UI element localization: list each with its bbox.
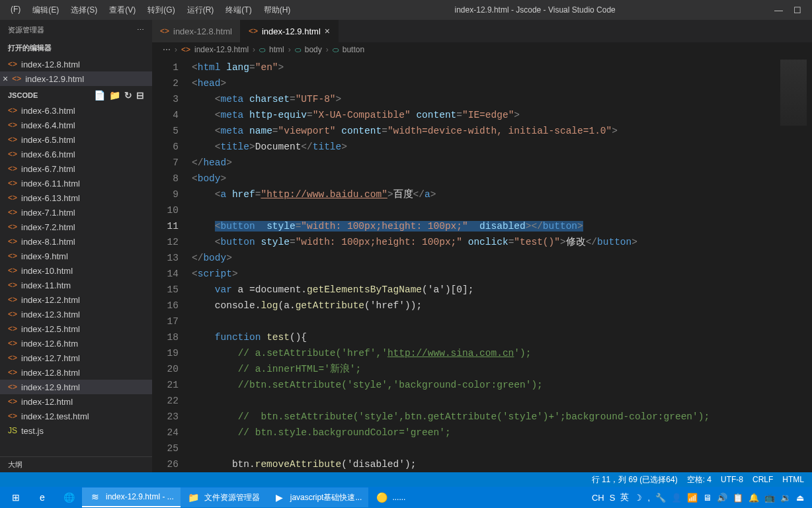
app-icon: 🌐 bbox=[62, 491, 75, 504]
minimize-icon[interactable]: — bbox=[774, 5, 783, 15]
tray-icon[interactable]: 📶 bbox=[687, 493, 698, 503]
tray-icon[interactable]: ☽ bbox=[634, 493, 642, 503]
file-item[interactable]: <>index-12.html bbox=[0, 394, 152, 409]
tray-icon[interactable]: S bbox=[610, 493, 616, 503]
menu-help[interactable]: 帮助(H) bbox=[259, 2, 296, 19]
file-item[interactable]: <>index-9.html bbox=[0, 249, 152, 263]
breadcrumb-item[interactable]: button bbox=[343, 45, 364, 54]
workspace-header[interactable]: JSCODE 📄 📁 ↻ ⊟ bbox=[0, 87, 152, 103]
taskbar-item[interactable]: 🌐 bbox=[56, 487, 82, 507]
breadcrumb-item[interactable]: index-12.9.html bbox=[194, 45, 249, 54]
file-item[interactable]: <>index-11.htm bbox=[0, 278, 152, 292]
tray-icon[interactable]: ⏏ bbox=[796, 493, 804, 503]
breadcrumb[interactable]: ⋯ › <> index-12.9.html › ⬭ html › ⬭ body… bbox=[152, 42, 812, 57]
js-icon: JS bbox=[8, 426, 17, 435]
file-item[interactable]: <>index-6.7.html bbox=[0, 161, 152, 176]
element-icon: ⬭ bbox=[333, 46, 339, 54]
file-item[interactable]: <>index-6.6.html bbox=[0, 147, 152, 161]
menu-terminal[interactable]: 终端(T) bbox=[220, 2, 257, 19]
tray-icon[interactable]: 🔔 bbox=[749, 493, 759, 503]
taskbar-item[interactable]: e bbox=[29, 487, 56, 507]
taskbar-item[interactable]: 📁文件资源管理器 bbox=[181, 487, 266, 507]
language-info[interactable]: HTML bbox=[782, 475, 804, 484]
tray-icon[interactable]: 🖥 bbox=[703, 493, 711, 503]
indent-info[interactable]: 空格: 4 bbox=[687, 474, 711, 486]
file-name: index-12.2.html bbox=[21, 295, 80, 305]
file-item[interactable]: <>index-12.2.html bbox=[0, 292, 152, 307]
code-content[interactable]: <html lang="en"> <head> <meta charset="U… bbox=[192, 60, 812, 472]
line-gutter: 1234567891011121314151617181920212223242… bbox=[152, 60, 192, 472]
eol-info[interactable]: CRLF bbox=[752, 475, 773, 484]
file-item[interactable]: <>index-6.11.html bbox=[0, 176, 152, 190]
chevron-right-icon: › bbox=[253, 45, 255, 54]
file-item[interactable]: <>index-12.7.html bbox=[0, 351, 152, 365]
menu-run[interactable]: 运行(R) bbox=[182, 2, 220, 19]
tray-icon[interactable]: 🔧 bbox=[655, 493, 666, 503]
open-editors-list: <> index-12.8.html × <> index-12.9.html bbox=[0, 56, 152, 87]
more-icon[interactable]: ⋯ bbox=[137, 26, 144, 34]
menu-goto[interactable]: 转到(G) bbox=[142, 2, 180, 19]
file-item[interactable]: <>index-6.3.html bbox=[0, 103, 152, 118]
taskbar-item[interactable]: 🟡...... bbox=[368, 487, 412, 507]
file-item[interactable]: <>index-7.1.html bbox=[0, 205, 152, 220]
file-item[interactable]: <>index-12.9.html bbox=[0, 380, 152, 394]
html-icon: <> bbox=[8, 339, 17, 348]
taskbar-label: index-12.9.html - ... bbox=[106, 492, 174, 501]
file-item[interactable]: <>index-6.5.html bbox=[0, 132, 152, 147]
cursor-position[interactable]: 行 11，列 69 (已选择64) bbox=[592, 474, 678, 486]
tray-icon[interactable]: 🔊 bbox=[717, 493, 727, 503]
tray-icon[interactable]: CH bbox=[592, 493, 604, 503]
tray-icon[interactable]: 🔉 bbox=[780, 493, 791, 503]
menu-select[interactable]: 选择(S) bbox=[65, 2, 102, 19]
breadcrumb-item[interactable]: html bbox=[269, 45, 284, 54]
close-icon[interactable]: × bbox=[3, 73, 8, 84]
open-editors-header[interactable]: 打开的编辑器 bbox=[0, 40, 152, 56]
tray-icon[interactable]: 👤 bbox=[671, 493, 682, 503]
maximize-icon[interactable]: ☐ bbox=[793, 5, 801, 15]
file-item[interactable]: <>index-12.6.htm bbox=[0, 336, 152, 351]
collapse-icon[interactable]: ⊟ bbox=[136, 90, 144, 101]
open-editor-item[interactable]: <> index-12.8.html bbox=[0, 57, 152, 71]
file-item[interactable]: <>index-12.8.html bbox=[0, 365, 152, 380]
file-item[interactable]: <>index-6.4.html bbox=[0, 118, 152, 132]
tray-icon[interactable]: 📺 bbox=[764, 493, 775, 503]
file-name: index-12.7.html bbox=[21, 353, 80, 363]
tab-close-icon[interactable]: × bbox=[325, 26, 330, 36]
html-icon: <> bbox=[8, 353, 17, 362]
tray-icon[interactable]: , bbox=[647, 493, 650, 503]
file-item[interactable]: <>index-12.test.html bbox=[0, 409, 152, 423]
code-editor[interactable]: 1234567891011121314151617181920212223242… bbox=[152, 57, 812, 472]
outline-header[interactable]: 大纲 bbox=[0, 456, 152, 472]
file-item[interactable]: <>index-7.2.html bbox=[0, 220, 152, 234]
encoding-info[interactable]: UTF-8 bbox=[721, 475, 743, 484]
tray-icon[interactable]: 📋 bbox=[733, 493, 743, 503]
menu-view[interactable]: 查看(V) bbox=[104, 2, 141, 19]
tab[interactable]: <> index-12.9.html × bbox=[241, 20, 339, 42]
file-item[interactable]: <>index-12.3.html bbox=[0, 307, 152, 321]
refresh-icon[interactable]: ↻ bbox=[124, 90, 132, 101]
taskbar-item[interactable]: ▶javascript基础快速... bbox=[266, 487, 369, 507]
minimap[interactable] bbox=[780, 60, 807, 126]
file-item[interactable]: <>index-10.html bbox=[0, 263, 152, 278]
taskbar-item[interactable]: ⊞ bbox=[3, 487, 29, 507]
file-item[interactable]: <>index-12.5.html bbox=[0, 321, 152, 336]
app-icon: 🟡 bbox=[375, 491, 388, 504]
open-editor-item[interactable]: × <> index-12.9.html bbox=[0, 71, 152, 86]
taskbar: ⊞e🌐≋index-12.9.html - ...📁文件资源管理器▶javasc… bbox=[0, 487, 812, 508]
menu-edit[interactable]: 编辑(E) bbox=[27, 2, 64, 19]
menu-file[interactable]: (F) bbox=[5, 2, 26, 19]
window-controls: — ☐ bbox=[774, 5, 807, 15]
file-item[interactable]: <>index-6.13.html bbox=[0, 190, 152, 205]
taskbar-item[interactable]: ≋index-12.9.html - ... bbox=[82, 487, 181, 507]
file-name: test.js bbox=[21, 426, 44, 436]
file-item[interactable]: JStest.js bbox=[0, 423, 152, 438]
breadcrumb-item[interactable]: body bbox=[305, 45, 322, 54]
statusbar: 行 11，列 69 (已选择64) 空格: 4 UTF-8 CRLF HTML bbox=[0, 472, 812, 487]
file-item[interactable]: <>index-8.1.html bbox=[0, 234, 152, 249]
file-name: index-7.2.html bbox=[21, 222, 75, 232]
new-folder-icon[interactable]: 📁 bbox=[109, 90, 120, 101]
tray-icon[interactable]: 英 bbox=[620, 491, 629, 503]
new-file-icon[interactable]: 📄 bbox=[94, 90, 105, 101]
html-icon: <> bbox=[160, 26, 169, 36]
tab[interactable]: <> index-12.8.html bbox=[152, 20, 241, 42]
